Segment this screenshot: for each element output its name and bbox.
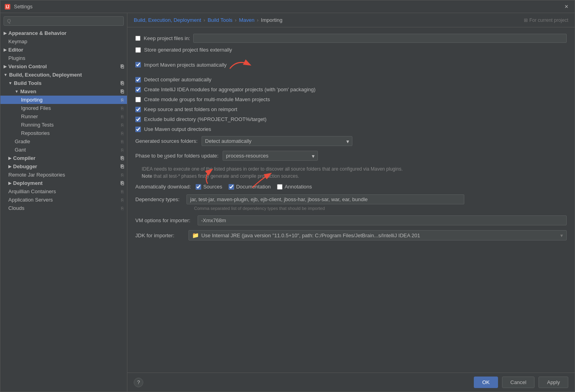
expand-arrow-icon: ▶ <box>8 181 12 185</box>
import-maven-checkbox[interactable] <box>135 62 141 67</box>
expand-arrow-icon: ▶ <box>4 48 7 52</box>
keep-project-input[interactable] <box>193 34 567 43</box>
cancel-button[interactable]: Cancel <box>502 377 535 388</box>
sidebar-item-gant[interactable]: Gant ⎘ <box>0 146 127 154</box>
use-maven-output-checkbox[interactable] <box>135 127 141 132</box>
create-intellij-modules-row: Create IntelliJ IDEA modules for aggrega… <box>135 86 567 92</box>
sidebar-item-build-tools[interactable]: ▼ Build Tools ⎘ <box>0 79 127 87</box>
create-module-groups-label[interactable]: Create module groups for multi-module Ma… <box>144 96 270 102</box>
copy-icon: ⎘ <box>121 206 124 211</box>
phase-label: Phase to be used for folders update: <box>135 153 219 159</box>
breadcrumb-part-3[interactable]: Maven <box>239 17 254 23</box>
breadcrumb-part-2[interactable]: Build Tools <box>208 17 233 23</box>
use-maven-output-label[interactable]: Use Maven output directories <box>144 126 211 132</box>
project-icon: ⊞ <box>524 17 528 23</box>
keep-source-test-label[interactable]: Keep source and test folders on reimport <box>144 106 237 112</box>
exclude-build-dir-label[interactable]: Exclude build directory (%PROJECT_ROOT%/… <box>144 116 266 122</box>
phase-select-wrapper[interactable]: process-resources generate-sources proce… <box>223 151 318 161</box>
sidebar-item-running-tests[interactable]: Running Tests ⎘ <box>0 121 127 129</box>
store-generated-label[interactable]: Store generated project files externally <box>144 47 232 53</box>
copy-icon: ⎘ <box>121 88 124 94</box>
sidebar-item-appearance-behavior[interactable]: ▶ Appearance & Behavior <box>0 29 127 37</box>
detect-compiler-label[interactable]: Detect compiler automatically <box>144 77 212 83</box>
breadcrumb: Build, Execution, Deployment › Build Too… <box>127 13 575 27</box>
copy-icon: ⎘ <box>121 198 124 202</box>
sidebar-item-compiler[interactable]: ▶ Compiler ⎘ <box>0 154 127 162</box>
auto-download-label: Automatically download: <box>135 184 191 190</box>
breadcrumb-part-1[interactable]: Build, Execution, Deployment <box>134 17 201 23</box>
use-maven-output-row: Use Maven output directories <box>135 126 567 132</box>
sources-checkbox-label[interactable]: Sources <box>196 184 222 190</box>
generated-sources-select-wrapper[interactable]: Detect automatically Target Generated-So… <box>202 136 352 146</box>
sidebar-item-plugins[interactable]: Plugins <box>0 54 127 62</box>
generated-sources-row: Generated sources folders: Detect automa… <box>135 136 567 146</box>
ok-button[interactable]: OK <box>474 377 498 388</box>
apply-button[interactable]: Apply <box>538 377 568 388</box>
sidebar-item-application-servers[interactable]: Application Servers ⎘ <box>0 196 127 204</box>
phase-select[interactable]: process-resources generate-sources proce… <box>223 151 318 161</box>
keep-project-label[interactable]: Keep project files in: <box>144 35 190 41</box>
for-project-label: ⊞ For current project <box>524 17 568 23</box>
window-title: Settings <box>14 4 562 10</box>
expand-arrow-icon: ▼ <box>4 73 8 77</box>
sidebar-item-arquillian-containers[interactable]: Arquillian Containers ⎘ <box>0 187 127 196</box>
copy-icon: ⎘ <box>121 189 124 194</box>
sidebar-item-remote-jar-repositories[interactable]: Remote Jar Repositories ⎘ <box>0 171 127 179</box>
sidebar-item-runner[interactable]: Runner ⎘ <box>0 112 127 121</box>
sidebar-item-ignored-files[interactable]: Ignored Files ⎘ <box>0 104 127 112</box>
copy-icon: ⎘ <box>121 139 124 144</box>
main-content: ▶ Appearance & Behavior Keymap ▶ Editor … <box>0 13 575 392</box>
sidebar-item-label: Version Control <box>8 63 47 69</box>
documentation-checkbox[interactable] <box>229 184 234 190</box>
dependency-types-input[interactable] <box>187 194 464 204</box>
sidebar-item-keymap[interactable]: Keymap <box>0 37 127 46</box>
annotations-checkbox[interactable] <box>277 184 283 190</box>
search-input[interactable] <box>7 18 120 24</box>
store-generated-row: Store generated project files externally <box>135 47 567 53</box>
copy-icon: ⎘ <box>121 180 124 186</box>
dependency-types-label: Dependency types: <box>135 196 179 202</box>
sidebar-item-importing[interactable]: Importing ⎘ <box>0 96 127 104</box>
sidebar-item-label: Compiler <box>13 155 35 161</box>
sidebar-item-editor[interactable]: ▶ Editor <box>0 46 127 54</box>
title-bar: IJ Settings × <box>0 0 575 13</box>
generated-sources-select[interactable]: Detect automatically Target Generated-So… <box>202 136 352 146</box>
sidebar-item-repositories[interactable]: Repositories ⎘ <box>0 129 127 137</box>
sidebar-item-maven[interactable]: ▼ Maven ⎘ <box>0 87 127 96</box>
copy-icon: ⎘ <box>121 114 124 119</box>
sidebar-item-deployment[interactable]: ▶ Deployment ⎘ <box>0 179 127 187</box>
sidebar-item-label: Arquillian Containers <box>8 188 56 194</box>
create-module-groups-checkbox[interactable] <box>135 97 141 102</box>
jdk-select[interactable]: 📁 Use Internal JRE (java version "11.0.5… <box>188 230 567 240</box>
keep-source-test-checkbox[interactable] <box>135 107 141 112</box>
keep-project-checkbox[interactable] <box>135 36 140 41</box>
close-button[interactable]: × <box>562 2 571 11</box>
create-intellij-modules-checkbox[interactable] <box>135 87 141 92</box>
auto-download-options: Sources <box>196 184 312 190</box>
jdk-folder-icon: 📁 <box>192 232 199 238</box>
create-module-groups-row: Create module groups for multi-module Ma… <box>135 96 567 102</box>
sidebar-item-version-control[interactable]: ▶ Version Control ⎘ <box>0 62 127 71</box>
sidebar-item-label: Deployment <box>13 180 42 186</box>
detect-compiler-checkbox[interactable] <box>135 77 141 83</box>
vm-options-input[interactable] <box>198 215 567 225</box>
sidebar-item-label: Running Tests <box>21 122 54 128</box>
sidebar-item-clouds[interactable]: Clouds ⎘ <box>0 204 127 212</box>
help-button[interactable]: ? <box>134 378 143 387</box>
sidebar-item-label: Gradle <box>15 138 30 144</box>
store-generated-checkbox[interactable] <box>135 47 141 53</box>
copy-icon: ⎘ <box>121 98 124 102</box>
exclude-build-dir-checkbox[interactable] <box>135 117 141 122</box>
search-box[interactable] <box>4 16 124 26</box>
bottom-bar: ? OK Cancel Apply <box>127 373 575 392</box>
create-intellij-modules-label[interactable]: Create IntelliJ IDEA modules for aggrega… <box>144 86 315 92</box>
sidebar-item-debugger[interactable]: ▶ Debugger ⎘ <box>0 162 127 171</box>
annotations-checkbox-label[interactable]: Annotations <box>277 184 312 190</box>
sidebar-item-build-execution-deployment[interactable]: ▼ Build, Execution, Deployment <box>0 71 127 79</box>
documentation-checkbox-label[interactable]: Documentation <box>229 184 271 190</box>
expand-arrow-icon: ▶ <box>4 31 7 35</box>
import-maven-auto-row: Import Maven projects automatically <box>135 57 567 73</box>
expand-arrow-icon: ▶ <box>4 64 7 69</box>
import-maven-label[interactable]: Import Maven projects automatically <box>144 62 227 68</box>
sidebar-item-gradle[interactable]: Gradle ⎘ <box>0 137 127 146</box>
